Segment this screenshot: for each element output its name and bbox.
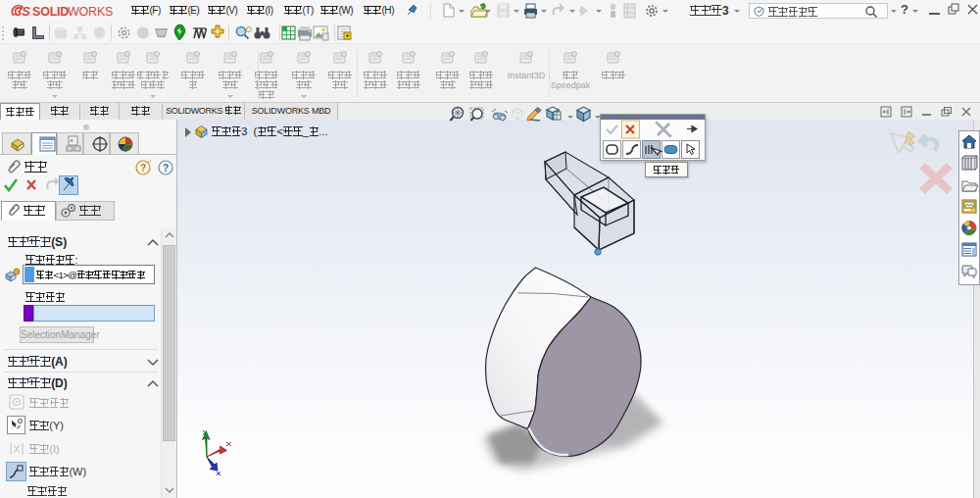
svg-text:WORKS: WORKS bbox=[68, 5, 113, 19]
svg-text:3S: 3S bbox=[15, 4, 30, 19]
svg-text:?: ? bbox=[163, 163, 169, 174]
svg-text:?: ? bbox=[140, 163, 146, 174]
svg-text:SOLID: SOLID bbox=[32, 5, 69, 19]
